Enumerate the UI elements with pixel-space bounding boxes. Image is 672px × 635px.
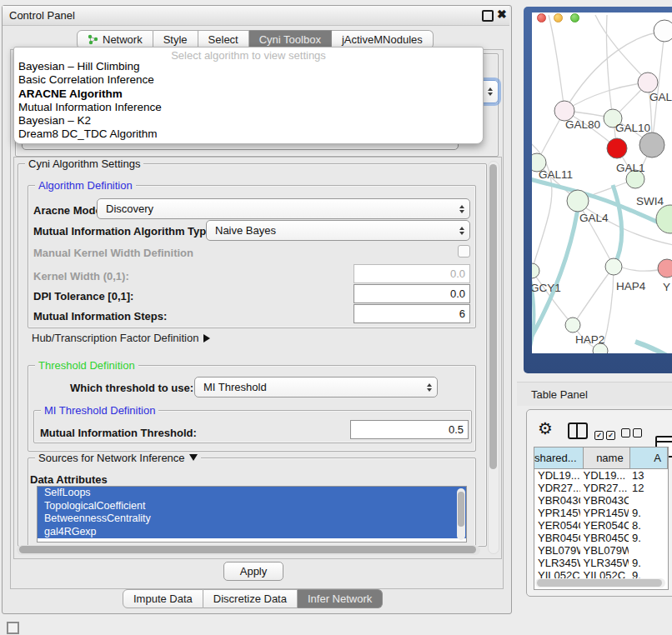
network-canvas[interactable]: GALGAL80GAL10GAL11GAL1GAL4SWI4HAP4YGCY1H…	[532, 12, 672, 353]
network-node-label-GAL11: GAL11	[539, 168, 573, 181]
column-header-a[interactable]: A	[630, 448, 668, 468]
deselect-all-checkboxes-icon[interactable]	[621, 426, 644, 441]
table-cell: 12	[629, 482, 668, 494]
mi-threshold-value: 0.5	[449, 423, 464, 436]
mi-type-combo[interactable]: Naive Bayes	[206, 220, 470, 241]
network-node-node-top[interactable]	[654, 20, 672, 42]
network-node-Y-partial[interactable]	[658, 259, 672, 278]
network-icon	[88, 34, 98, 45]
table-cell: 13	[629, 469, 668, 482]
algorithm-option-mutual-information-inference[interactable]: Mutual Information Inference	[14, 101, 483, 114]
attribute-item-selfloops[interactable]: SelfLoops	[38, 487, 466, 500]
tab-impute-data[interactable]: Impute Data	[123, 589, 203, 608]
network-edge	[549, 15, 564, 110]
table-header-row: shared...nameA	[534, 448, 668, 469]
algorithm-dropdown-popup: Select algorithm to view settings Bayesi…	[13, 47, 484, 144]
column-header-shared-[interactable]: shared...	[534, 448, 584, 468]
network-node-SWI4[interactable]	[656, 205, 672, 233]
algorithm-option-bayesian-hill-climbing[interactable]: Bayesian – Hill Climbing	[14, 60, 483, 73]
network-node-label-GAL80: GAL80	[565, 118, 600, 131]
table-cell: YDR27...	[534, 482, 580, 494]
table-cell: YBR045C	[580, 532, 629, 544]
column-header-name[interactable]: name	[584, 448, 630, 468]
gear-icon[interactable]: ⚙	[538, 420, 553, 437]
table-row[interactable]: YBR045CYBR045C9.	[534, 532, 668, 544]
table-row[interactable]: YBL079WYBL079W	[534, 544, 668, 557]
table-row[interactable]: YPR145WYPR145W9.	[534, 507, 668, 519]
attributes-items: SelfLoopsTopologicalCoefficientBetweenne…	[38, 487, 466, 538]
table-cell: YDR27...	[580, 482, 629, 494]
aracne-mode-value: Discovery	[106, 202, 153, 215]
list-scrollbar-thumb[interactable]	[458, 492, 464, 527]
table-row[interactable]: YLR345WYLR345W9.	[534, 557, 668, 569]
close-icon[interactable]: ✖	[497, 8, 507, 20]
network-graph: GALGAL80GAL10GAL11GAL1GAL4SWI4HAP4YGCY1H…	[532, 12, 672, 353]
horizontal-scrollbar[interactable]	[17, 545, 480, 555]
kernel-width-label: Kernel Width (0,1):	[33, 270, 129, 282]
table-horizontal-scrollbar[interactable]	[535, 578, 665, 588]
tab-infer-network[interactable]: Infer Network	[298, 589, 383, 608]
attribute-item-gal4rgexp[interactable]: gal4RGexp	[38, 526, 466, 539]
table-row[interactable]: YBR043CYBR043C	[534, 494, 668, 507]
apply-button[interactable]: Apply	[223, 562, 283, 581]
algorithm-option-aracne-algorithm[interactable]: ARACNE Algorithm	[14, 88, 483, 101]
mi-threshold-field[interactable]: 0.5	[350, 420, 469, 439]
table-row[interactable]: YDR27...YDR27...12	[534, 482, 668, 494]
table-scrollbar-thumb[interactable]	[537, 579, 662, 587]
dpi-tolerance-value: 0.0	[450, 288, 465, 300]
network-node-label-HAP4: HAP4	[616, 280, 646, 292]
data-attributes-label: Data Attributes	[30, 473, 108, 486]
aracne-mode-combo[interactable]: Discovery	[97, 198, 470, 219]
table-cell: YBL079W	[580, 544, 629, 557]
algorithm-option-dream8-dc-tdc-algorithm[interactable]: Dream8 DC_TDC Algorithm	[14, 128, 483, 141]
screenshot-stage: Control Panel ✖ NetworkStyleSelectCyni T…	[0, 0, 672, 635]
table-panel-titlebar[interactable]: Table Panel	[517, 382, 672, 406]
network-node-HAP2[interactable]	[565, 318, 580, 332]
table-cell: YER054C	[580, 519, 629, 532]
column-layout-icon[interactable]	[568, 422, 588, 439]
tab-discretize-data[interactable]: Discretize Data	[203, 589, 298, 608]
table-row[interactable]: YDL19...YDL19...13	[534, 469, 668, 482]
sources-title: Sources for Network Inference	[38, 452, 185, 464]
mi-steps-field[interactable]: 6	[354, 304, 470, 323]
network-node-GAL4[interactable]	[567, 190, 589, 212]
table-cell: 9.	[629, 532, 668, 544]
table-cell: YER054C	[534, 519, 580, 532]
table-cell: YBR043C	[580, 494, 629, 507]
algorithm-option-basic-correlation-inference[interactable]: Basic Correlation Inference	[14, 73, 483, 87]
dock-panel-icon[interactable]	[7, 622, 19, 634]
table-row[interactable]: YER054CYER054C8.	[534, 519, 668, 532]
vertical-scrollbar[interactable]	[488, 161, 499, 554]
vertical-scrollbar-thumb[interactable]	[489, 164, 497, 469]
select-all-checkboxes-icon[interactable]: ✓✓	[594, 426, 618, 441]
algorithm-option-bayesian-k2[interactable]: Bayesian – K2	[14, 114, 483, 128]
table-cell: YBL079W	[534, 544, 580, 557]
horizontal-scrollbar-thumb[interactable]	[19, 546, 476, 553]
control-panel-titlebar[interactable]: Control Panel	[3, 6, 509, 26]
float-window-icon[interactable]	[482, 10, 494, 22]
network-node-label-gal-partial: GAL	[649, 91, 672, 103]
network-node-red-node[interactable]	[607, 138, 627, 158]
network-node-gal-partial[interactable]	[638, 72, 658, 92]
network-node-HAP4[interactable]	[605, 258, 622, 275]
network-node-gray-node[interactable]	[639, 132, 664, 158]
list-scrollbar[interactable]	[457, 488, 465, 540]
mi-threshold-label: Mutual Information Threshold:	[40, 427, 197, 439]
data-attributes-list[interactable]: SelfLoopsTopologicalCoefficientBetweenne…	[37, 486, 467, 542]
table-cell: YPR145W	[534, 507, 580, 519]
combo-stepper-icon	[488, 88, 493, 96]
attribute-item-topologicalcoefficient[interactable]: TopologicalCoefficient	[38, 500, 466, 513]
tab-label: Infer Network	[308, 592, 372, 605]
algorithm-popup-list: Bayesian – Hill ClimbingBasic Correlatio…	[14, 60, 483, 142]
network-node-GCY1[interactable]	[532, 263, 539, 278]
table-cell: YBR045C	[534, 532, 580, 544]
manual-kernel-checkbox[interactable]	[458, 245, 470, 258]
which-threshold-combo[interactable]: MI Threshold	[194, 377, 438, 398]
attribute-item-betweennesscentrality[interactable]: BetweennessCentrality	[38, 512, 466, 526]
tab-label: Discretize Data	[213, 592, 287, 605]
group-title: Cyni Algorithm Settings	[25, 158, 143, 170]
node-table: shared...nameA YDL19...YDL19...13YDR27..…	[534, 447, 669, 590]
hub-definition-expander[interactable]: Hub/Transcription Factor Definition	[32, 332, 210, 344]
dpi-tolerance-field[interactable]: 0.0	[354, 284, 470, 303]
sources-title-row[interactable]: Sources for Network Inference	[35, 452, 201, 464]
